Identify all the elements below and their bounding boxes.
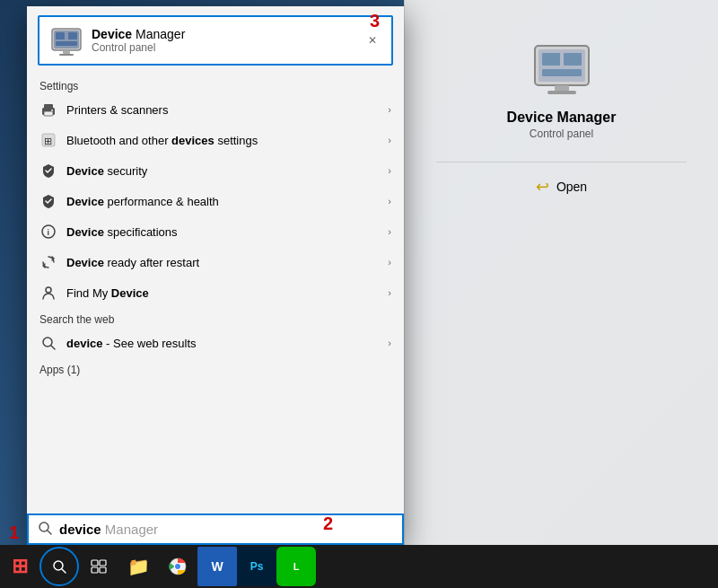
search-web-icon	[39, 334, 57, 352]
shield-security-icon	[39, 162, 57, 180]
menu-item-restart[interactable]: Device ready after restart ›	[27, 247, 404, 277]
svg-line-24	[51, 346, 55, 349]
svg-line-28	[62, 569, 66, 573]
svg-point-17	[51, 110, 53, 111]
person-findmy-icon	[39, 284, 57, 302]
top-result-device-manager[interactable]: Device Manager Control panel ✕	[38, 15, 393, 66]
menu-item-security-label: Device security	[66, 164, 147, 178]
menu-item-websearch-left: device - See web results	[39, 334, 197, 352]
settings-section-header: Settings	[27, 75, 404, 94]
chevron-icon: ›	[388, 104, 391, 115]
svg-rect-13	[59, 54, 74, 56]
svg-rect-32	[100, 567, 106, 573]
svg-rect-16	[44, 111, 53, 116]
top-result-close-button[interactable]: ✕	[364, 31, 381, 50]
open-icon: ↩	[536, 177, 549, 197]
menu-item-security[interactable]: Device security ›	[27, 155, 404, 186]
menu-item-findmy-left: Find My Device	[39, 284, 149, 302]
menu-item-specs-left: i Device specifications	[39, 223, 178, 241]
menu-item-bluetooth[interactable]: ⊞ Bluetooth and other devices settings ›	[27, 125, 404, 155]
top-result-left: Device Manager Control panel	[50, 24, 185, 57]
svg-rect-10	[68, 32, 77, 39]
menu-item-websearch-label: device - See web results	[66, 337, 197, 350]
menu-item-specs-label: Device specifications	[66, 225, 178, 239]
svg-rect-31	[92, 567, 98, 573]
menu-item-performance[interactable]: Device performance & health ›	[27, 186, 404, 216]
search-box-container[interactable]: device Manager	[27, 513, 404, 545]
svg-rect-15	[44, 104, 53, 109]
top-result-subtitle: Control panel	[92, 41, 185, 54]
menu-item-printers[interactable]: Printers & scanners ›	[27, 94, 404, 125]
chevron-icon: ›	[388, 135, 391, 145]
svg-rect-3	[564, 53, 582, 66]
svg-text:i: i	[48, 228, 50, 237]
taskbar-word-button[interactable]: W	[197, 547, 237, 586]
menu-item-security-left: Device security	[39, 162, 147, 180]
menu-item-restart-label: Device ready after restart	[66, 256, 199, 269]
shield-performance-icon	[39, 192, 57, 210]
info-specs-icon: i	[39, 223, 57, 241]
menu-item-printers-label: Printers & scanners	[66, 103, 168, 117]
svg-point-35	[175, 564, 180, 569]
svg-rect-29	[92, 560, 98, 566]
taskbar-chrome-button[interactable]	[158, 547, 197, 586]
svg-point-22	[46, 287, 51, 293]
svg-text:⊞: ⊞	[44, 136, 52, 146]
svg-rect-4	[542, 69, 582, 76]
chevron-icon: ›	[388, 165, 391, 176]
svg-line-26	[48, 531, 51, 534]
desktop: Device Manager Control panel ↩ Open	[0, 0, 718, 588]
menu-item-bluetooth-label: Bluetooth and other devices settings	[66, 134, 258, 147]
menu-item-findmy-label: Find My Device	[66, 286, 149, 300]
menu-item-printers-left: Printers & scanners	[39, 101, 168, 118]
start-menu: Device Manager Control panel ✕ Settings	[27, 6, 404, 545]
searchweb-section-header: Search the web	[27, 308, 404, 328]
chevron-icon: ›	[388, 287, 391, 298]
refresh-restart-icon	[39, 253, 57, 271]
menu-item-performance-left: Device performance & health	[39, 192, 219, 210]
chevron-icon: ›	[388, 196, 391, 206]
search-placeholder-text: Manager	[101, 522, 158, 537]
open-button[interactable]: ↩ Open	[536, 177, 587, 197]
svg-rect-30	[100, 560, 106, 566]
open-label: Open	[556, 180, 587, 194]
search-typed-text: device	[59, 522, 101, 537]
taskbar-photoshop-button[interactable]: Ps	[237, 547, 276, 586]
taskbar-search-button[interactable]	[39, 547, 79, 586]
taskbar-windows-button[interactable]: ⊞	[0, 547, 39, 586]
chevron-icon: ›	[388, 257, 391, 268]
right-panel-subtitle: Control panel	[530, 127, 593, 140]
device-manager-app-icon	[50, 24, 83, 57]
menu-item-bluetooth-left: ⊞ Bluetooth and other devices settings	[39, 131, 258, 149]
right-panel-app-icon	[530, 36, 593, 99]
taskbar-explorer-button[interactable]: 📁	[118, 547, 158, 586]
right-panel: Device Manager Control panel ↩ Open	[404, 0, 718, 545]
menu-item-websearch[interactable]: device - See web results ›	[27, 328, 404, 358]
top-result-title: Device Manager	[92, 27, 185, 41]
svg-rect-6	[547, 91, 576, 94]
top-result-text: Device Manager Control panel	[92, 27, 185, 54]
svg-rect-2	[542, 53, 560, 66]
taskbar: ⊞ 📁	[0, 545, 718, 588]
taskbar-taskview-button[interactable]	[79, 547, 118, 586]
right-panel-divider	[436, 162, 687, 162]
bluetooth-icon: ⊞	[39, 131, 57, 149]
right-panel-title: Device Manager	[507, 110, 617, 126]
annotation-badge-1: 1	[9, 522, 19, 543]
annotation-badge-2: 2	[323, 513, 333, 534]
menu-item-findmy[interactable]: Find My Device ›	[27, 277, 404, 308]
menu-item-specs[interactable]: i Device specifications ›	[27, 216, 404, 247]
chevron-icon: ›	[388, 338, 391, 348]
chevron-icon: ›	[388, 226, 391, 237]
svg-rect-11	[56, 41, 77, 46]
svg-rect-9	[56, 32, 65, 39]
apps-section-header: Apps (1)	[27, 358, 404, 378]
menu-item-performance-label: Device performance & health	[66, 195, 219, 208]
printer-icon	[39, 101, 57, 118]
annotation-badge-3: 3	[370, 11, 380, 31]
svg-rect-12	[63, 50, 70, 54]
menu-item-restart-left: Device ready after restart	[39, 253, 199, 271]
search-box-icon	[38, 521, 52, 538]
taskbar-line-button[interactable]: L	[276, 547, 316, 586]
search-input[interactable]: device Manager	[59, 522, 158, 537]
